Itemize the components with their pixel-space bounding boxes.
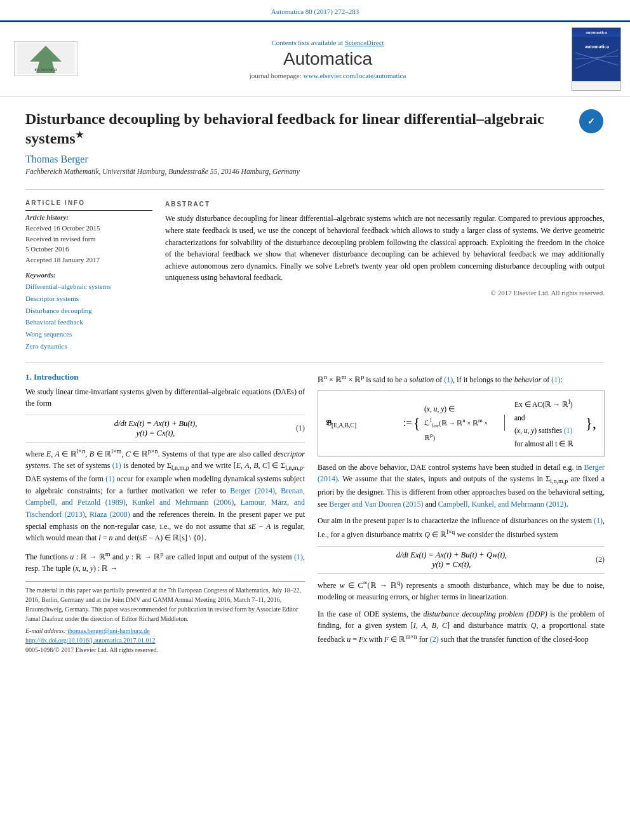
eq2-ref[interactable]: (2) [430, 635, 439, 644]
right-para3: Our aim in the present paper is to chara… [318, 515, 605, 540]
right-para1: ℝn × ℝm × ℝp is said to be a solution of… [318, 372, 605, 386]
footnote-star: The material in this paper was partially… [25, 585, 305, 623]
content-area: Disturbance decoupling by behavioral fee… [0, 97, 630, 664]
keyword-5: Wong sequences [25, 328, 152, 340]
journal-homepage: journal homepage: www.elsevier.com/locat… [90, 72, 565, 79]
behavior-element-def: (x, u, y) ∈ ℒ1loc(ℝ → ℝn × ℝm × ℝp) [422, 396, 499, 451]
crossmark-icon: ✓ [579, 109, 603, 133]
eq1-ref2[interactable]: (1) [105, 474, 114, 483]
behavior-label-cell: 𝔅[E,A,B,C] [326, 396, 402, 451]
footnote-email: E-mail address: thomas.berger@uni-hambur… [25, 626, 305, 636]
svg-text:✓: ✓ [587, 117, 595, 126]
keywords-title: Keywords: [25, 271, 152, 279]
science-direct-link[interactable]: ScienceDirect [345, 39, 384, 46]
abstract-column: ABSTRACT We study disturbance decoupling… [165, 199, 605, 352]
revised-date: 5 October 2016 [25, 244, 152, 255]
science-direct-label: Contents lists available at ScienceDirec… [90, 39, 565, 46]
behavior-conditions: Ex ∈ AC(ℝ → ℝl) and (x, u, y) satisfies … [514, 396, 584, 451]
eq1-ref3[interactable]: (1) [294, 552, 303, 561]
condition-2: (x, u, y) satisfies (1) [514, 424, 584, 437]
article-info-label: ARTICLE INFO [25, 199, 152, 206]
eq2-number: (2) [586, 555, 605, 564]
author-affiliation: Fachbereich Mathematik, Universität Hamb… [25, 168, 546, 175]
eq1-line1: d/dt Ex(t) = Ax(t) + Bu(t), [25, 419, 286, 429]
intro-para1: We study linear time-invariant systems g… [25, 386, 305, 410]
eq1-number: (1) [286, 423, 305, 433]
intro-para2: where E, A ∈ ℝl×n, B ∈ ℝl×m, C ∈ ℝp×n. S… [25, 446, 305, 544]
behavior-definition: 𝔅[E,A,B,C] := { (x, u, y) ∈ ℒ1loc(ℝ → ℝn… [318, 390, 605, 457]
svg-text:automatica: automatica [585, 44, 609, 50]
keyword-6: Zero dynamics [25, 340, 152, 352]
keyword-2: Descriptor systems [25, 293, 152, 305]
homepage-url[interactable]: www.elsevier.com/locate/automatica [304, 72, 406, 79]
right-para4: where w ∈ C∞(ℝ → ℝq) represents a smooth… [318, 578, 605, 603]
email-link[interactable]: thomas.berger@uni-hamburg.de [67, 627, 149, 634]
left-column: 1. Introduction We study linear time-inv… [25, 372, 305, 655]
svg-text:ELSEVIER: ELSEVIER [34, 67, 57, 72]
eq1-ref6[interactable]: (1) [564, 427, 572, 434]
close-brace: }, [585, 396, 596, 451]
journal-reference: Automatica 80 (2017) 272–283 [0, 3, 630, 18]
received-date: Received 16 October 2015 [25, 223, 152, 234]
eq2-content: d/dt Ex(t) = Ax(t) + Bu(t) + Qw(t), y(t)… [318, 550, 586, 570]
eq2-line1: d/dt Ex(t) = Ax(t) + Bu(t) + Qw(t), [318, 550, 586, 560]
accepted-date: Accepted 18 January 2017 [25, 255, 152, 265]
history-title: Article history: [25, 213, 152, 221]
abstract-label: ABSTRACT [165, 199, 605, 209]
crossmark-section: ✓ [579, 109, 605, 135]
keyword-1: Differential–algebraic systems [25, 281, 152, 293]
journal-center: Contents lists available at ScienceDirec… [90, 39, 565, 79]
berger2014-ref[interactable]: Berger (2014) [230, 486, 275, 495]
keyword-4: Behavioral feedback [25, 316, 152, 328]
behavior-bar [500, 396, 513, 451]
elsevier-tree-icon: ELSEVIER [17, 43, 74, 74]
eq2-line2: y(t) = Cx(t), [318, 560, 586, 570]
footnote-section: The material in this paper was partially… [25, 581, 305, 655]
kunkel-ref[interactable]: Kunkel and Mehrmann (2006) [132, 498, 234, 507]
revised-label: Received in revised form [25, 234, 152, 244]
riaza-ref[interactable]: Riaza (2008) [90, 510, 130, 519]
journal-title: Automatica [90, 49, 565, 69]
eq1-ref4[interactable]: (1) [444, 375, 453, 384]
journal-cover-image: automatica automatica [572, 27, 621, 91]
right-column: ℝn × ℝm × ℝp is said to be a solution of… [318, 372, 605, 655]
abstract-text: We study disturbance decoupling for line… [165, 213, 605, 284]
journal-header: ELSEVIER Contents lists available at Sci… [0, 21, 630, 97]
article-title-section: Disturbance decoupling by behavioral fee… [25, 97, 605, 190]
behavior-space: ℒ1loc(ℝ → ℝn × ℝm × ℝp) [424, 416, 499, 444]
copyright-line: © 2017 Elsevier Ltd. All rights reserved… [165, 288, 605, 298]
assign-symbol: := [403, 396, 412, 451]
keyword-3: Disturbance decoupling [25, 305, 152, 317]
eq1-ref[interactable]: (1) [112, 461, 121, 470]
cover-graphic: automatica [572, 37, 621, 81]
equation-2: d/dt Ex(t) = Ax(t) + Bu(t) + Qw(t), y(t)… [318, 546, 605, 574]
behavior-subscript: [E,A,B,C] [332, 422, 356, 429]
article-info-column: ARTICLE INFO Article history: Received 1… [25, 199, 152, 352]
condition-1: Ex ∈ AC(ℝ → ℝl) and [514, 396, 584, 424]
elsevier-emblem: ELSEVIER [14, 41, 77, 76]
behavior-set-brace: { [413, 396, 420, 451]
campbell-ref[interactable]: Campbell, Kunkel, and Mehrmann (2012) [438, 500, 566, 509]
eq1-ref5[interactable]: (1) [551, 375, 560, 384]
eq1-line2: y(t) = Cx(t), [25, 429, 286, 438]
keywords-section: Keywords: Differential–algebraic systems… [25, 271, 152, 352]
condition-3: for almost all t ∈ ℝ [514, 437, 584, 451]
article-info-abstract: ARTICLE INFO Article history: Received 1… [25, 190, 605, 362]
journal-thumbnail: automatica automatica [572, 27, 622, 91]
behavior-label: 𝔅 [326, 419, 332, 427]
article-title: Disturbance decoupling by behavioral fee… [25, 109, 546, 149]
article-history: Article history: Received 16 October 201… [25, 210, 152, 265]
berger-vandooren-ref[interactable]: Berger and Van Dooren (2015) [329, 500, 423, 509]
intro-para3: The functions u : ℝ → ℝm and y : ℝ → ℝp … [25, 549, 305, 575]
footnote-issn: 0005-1098/© 2017 Elsevier Ltd. All right… [25, 645, 305, 655]
right-para2: Based on the above behavior, DAE control… [318, 462, 605, 510]
elsevier-logo-section: ELSEVIER [8, 41, 84, 77]
behavior-table: 𝔅[E,A,B,C] := { (x, u, y) ∈ ℒ1loc(ℝ → ℝn… [325, 395, 598, 452]
main-content: 1. Introduction We study linear time-inv… [25, 363, 605, 664]
eq1-ref7[interactable]: (1) [594, 516, 603, 525]
doi-link[interactable]: http://dx.doi.org/10.1016/j.automatica.2… [25, 637, 156, 644]
behavior-tuple: (x, u, y) ∈ [424, 403, 499, 416]
footnote-doi: http://dx.doi.org/10.1016/j.automatica.2… [25, 636, 305, 645]
eq1-content: d/dt Ex(t) = Ax(t) + Bu(t), y(t) = Cx(t)… [25, 419, 286, 438]
author-name: Thomas Berger [25, 154, 546, 165]
